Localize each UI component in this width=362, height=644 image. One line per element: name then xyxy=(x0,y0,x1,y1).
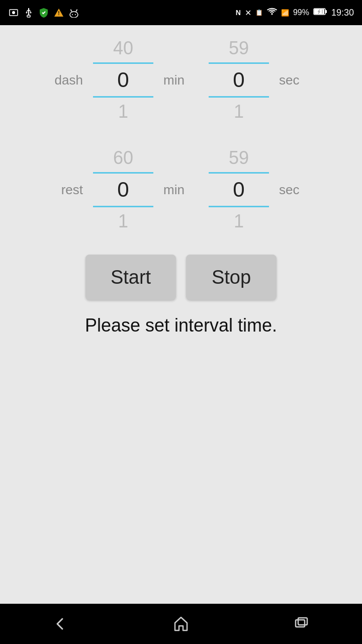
nfc-icon: N xyxy=(236,9,241,17)
main-content: dash 40 0 1 min 59 0 1 sec rest xyxy=(0,25,362,604)
dash-group: dash 40 0 1 min 59 0 1 sec xyxy=(0,35,362,125)
rest-min-line-bottom xyxy=(93,206,153,207)
battery-icon xyxy=(313,8,327,18)
sim-icon: 📋 xyxy=(255,9,263,16)
recents-button[interactable] xyxy=(287,609,317,639)
dash-spinner-row: dash 40 0 1 min 59 0 1 sec xyxy=(0,35,362,125)
rest-sec-current: 0 xyxy=(233,175,244,205)
svg-point-14 xyxy=(70,10,71,11)
svg-rect-5 xyxy=(27,15,30,17)
svg-rect-21 xyxy=(296,620,305,627)
svg-point-6 xyxy=(26,12,28,14)
dash-sec-below: 1 xyxy=(234,99,244,125)
status-icons-left: ! xyxy=(8,7,79,18)
signal-icon: 📶 xyxy=(281,9,289,17)
android-icon xyxy=(68,7,79,18)
rest-sec-label: sec xyxy=(274,182,319,198)
rest-sec-below: 1 xyxy=(234,208,244,234)
rest-sec-above: 59 xyxy=(229,145,249,171)
svg-point-9 xyxy=(70,12,78,18)
rest-min-spinner[interactable]: 60 0 1 xyxy=(88,145,158,234)
clock: 19:30 xyxy=(331,8,354,18)
dash-sec-line-bottom xyxy=(209,96,269,98)
rest-sec-spinner[interactable]: 59 0 1 xyxy=(204,145,274,234)
rest-min-above: 60 xyxy=(113,145,133,171)
warning-icon: ! xyxy=(53,7,64,18)
status-right-group: N ✕ 📋 📶 99% 19:30 xyxy=(236,8,354,18)
rest-min-current: 0 xyxy=(117,175,129,205)
svg-point-15 xyxy=(76,10,77,11)
svg-point-11 xyxy=(75,14,76,15)
usb-icon xyxy=(23,7,34,18)
dash-sec-line-top xyxy=(209,62,269,64)
wifi-icon xyxy=(267,8,277,18)
dash-min-line-bottom xyxy=(93,96,153,98)
bottom-nav xyxy=(0,604,362,644)
dash-min-label: min xyxy=(158,72,204,88)
dash-sec-spinner[interactable]: 59 0 1 xyxy=(204,35,274,125)
start-button[interactable]: Start xyxy=(85,255,176,300)
dash-min-line-top xyxy=(93,62,153,64)
svg-point-1 xyxy=(12,11,15,14)
rest-min-label: min xyxy=(158,182,204,198)
rest-group: rest 60 0 1 min 59 0 1 sec xyxy=(0,145,362,234)
dash-sec-current: 0 xyxy=(233,65,244,95)
dash-sec-label: sec xyxy=(274,72,319,88)
rest-sec-line-top xyxy=(209,172,269,174)
stop-button[interactable]: Stop xyxy=(186,255,277,300)
interval-message: Please set interval time. xyxy=(70,315,292,336)
svg-point-10 xyxy=(72,14,73,15)
dash-min-above: 40 xyxy=(113,35,133,61)
shield-icon xyxy=(38,7,49,18)
dash-min-spinner[interactable]: 40 0 1 xyxy=(88,35,158,125)
photo-icon xyxy=(8,7,19,18)
svg-text:!: ! xyxy=(58,11,59,16)
battery-percent: 99% xyxy=(293,8,309,17)
svg-rect-19 xyxy=(325,10,327,13)
svg-point-7 xyxy=(30,12,32,14)
buttons-row: Start Stop xyxy=(85,255,277,300)
back-button[interactable] xyxy=(45,609,75,639)
dash-min-below: 1 xyxy=(118,99,128,125)
dash-sec-above: 59 xyxy=(229,35,249,61)
dash-min-current: 0 xyxy=(117,65,129,95)
rest-spinner-row: rest 60 0 1 min 59 0 1 sec xyxy=(0,145,362,234)
svg-rect-22 xyxy=(298,618,307,625)
svg-point-16 xyxy=(271,14,273,15)
rest-min-below: 1 xyxy=(118,208,128,234)
rest-min-line-top xyxy=(93,172,153,174)
status-bar: ! N ✕ 📋 � xyxy=(0,0,362,25)
mute-icon: ✕ xyxy=(245,8,251,18)
home-button[interactable] xyxy=(166,609,196,639)
rest-sec-line-bottom xyxy=(209,206,269,207)
dash-label: dash xyxy=(43,72,88,88)
rest-label: rest xyxy=(43,182,88,198)
